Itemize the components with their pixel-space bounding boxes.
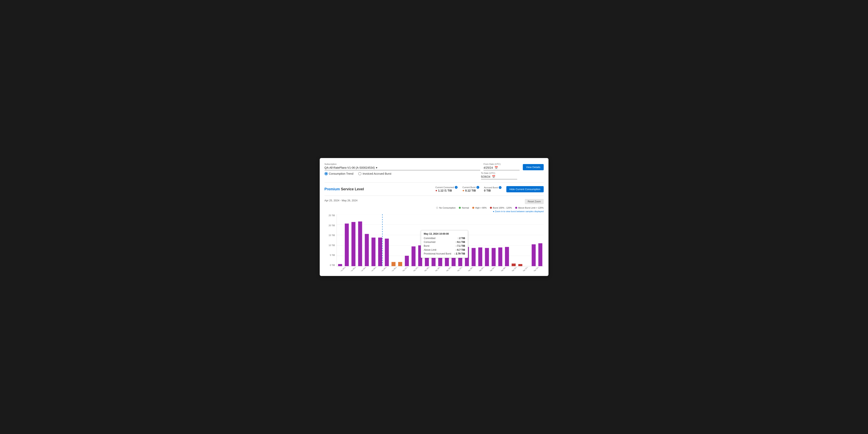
legend-dot-normal <box>459 207 461 209</box>
tooltip-above-limit: Above Limit : 6.7 TiB <box>424 248 465 252</box>
service-level-label: Service Level <box>340 187 364 191</box>
x-label: 08 May 00:00 <box>465 267 474 271</box>
x-label: 06 May 22:00 <box>454 267 464 271</box>
service-level-title: Premium Service Level <box>324 187 364 191</box>
tooltip-provisional-label: Provisional Accrued Burst <box>424 252 452 256</box>
tooltip-committed-label: Committed <box>424 236 435 240</box>
x-label: 03 May 16:00 <box>422 267 431 271</box>
legend-burst: Burst 100% - 120% <box>490 207 512 209</box>
view-details-button[interactable]: View Details <box>523 164 544 170</box>
svg-rect-17 <box>405 256 409 266</box>
chart-area-container: 0 TiB 5 TiB 10 TiB 15 TiB 20 TiB 25 TiB <box>337 214 544 266</box>
x-label: 25 Apr 00:00 <box>338 267 347 271</box>
to-date-label: To Date (UTC) <box>481 172 517 174</box>
dot-red-consumed: ● <box>435 189 437 192</box>
from-date-value: 4/25/24 <box>484 166 493 169</box>
legend-above-burst: Above Burst Limit > 120% <box>515 207 544 209</box>
from-date-label: From Date (UTC) <box>484 163 520 165</box>
x-label: 29 Apr 04:00 <box>379 267 388 271</box>
x-label: 28 Apr 04:00 <box>369 267 377 271</box>
stat-current-burst-label: Current Burst i <box>462 186 479 189</box>
legend-label-no-consumption: No Consumption <box>439 207 456 209</box>
radio-label-invoiced: Invoiced Accrued Burst <box>363 172 391 175</box>
legend-label-normal: Normal <box>462 207 469 209</box>
x-label: 13 May 12:00 <box>520 267 529 271</box>
svg-rect-13 <box>378 238 382 266</box>
legend-label-above-burst: Above Burst Limit > 120% <box>518 207 544 209</box>
hide-current-consumption-button[interactable]: Hide Current Consumption <box>506 186 544 192</box>
x-label: 04 May 18:00 <box>432 267 441 271</box>
radio-label-consumption: Consumption Trend <box>329 172 353 175</box>
y-label-25: 25 TiB <box>325 214 335 216</box>
tooltip-provisional-value: : 2.79 TiB <box>454 252 465 256</box>
svg-rect-7 <box>338 264 342 266</box>
stat-accrued-burst: Accrued Burst i 0 TiB <box>484 186 501 192</box>
to-date-input[interactable]: 5/26/24 📅 <box>481 175 517 179</box>
info-icon-accrued[interactable]: i <box>499 186 501 189</box>
to-date-value: 5/26/24 <box>481 175 491 178</box>
svg-rect-29 <box>485 248 489 266</box>
svg-rect-11 <box>365 234 369 266</box>
y-label-15: 15 TiB <box>325 234 335 236</box>
divider-top <box>324 182 544 183</box>
legend-dot-no-consumption <box>436 207 438 209</box>
to-date-field-group: To Date (UTC) 5/26/24 📅 <box>481 172 517 179</box>
svg-rect-30 <box>492 248 496 266</box>
svg-rect-16 <box>398 262 402 266</box>
radio-consumption-trend[interactable]: Consumption Trend <box>324 172 353 175</box>
radio-invoiced-accrued[interactable]: Invoiced Accrued Burst <box>358 172 391 175</box>
radio-circle-selected <box>324 172 328 175</box>
stat-current-burst-value: ● 0.12 TiB <box>462 189 476 192</box>
stats-row: Current Consumed i ● 1.12 /1 TiB Current… <box>435 186 544 192</box>
tooltip-burst: Burst : 7.1 TiB <box>424 244 465 248</box>
section-header: Premium Service Level Current Consumed i… <box>324 186 544 192</box>
svg-rect-32 <box>505 247 509 266</box>
legend-label-high: High > 80% <box>475 207 487 209</box>
legend-dot-burst <box>490 207 492 209</box>
tooltip-box: May 13, 2024 10:00:00 Committed : 2 TiB … <box>421 230 468 258</box>
from-date-input[interactable]: 4/25/24 📅 <box>484 166 520 170</box>
stat-current-consumed: Current Consumed i ● 1.12 /1 TiB <box>435 186 458 192</box>
x-label: 14 May 14:00 <box>531 267 540 271</box>
y-label-5: 5 TiB <box>325 254 335 256</box>
radio-group: Consumption Trend Invoiced Accrued Burst <box>324 172 478 175</box>
second-row: Consumption Trend Invoiced Accrued Burst… <box>324 172 544 179</box>
svg-rect-9 <box>351 222 355 266</box>
radio-row-group: Consumption Trend Invoiced Accrued Burst <box>324 172 478 179</box>
svg-rect-36 <box>538 243 542 266</box>
calendar-icon-to: 📅 <box>492 175 495 178</box>
svg-rect-10 <box>358 222 362 266</box>
svg-rect-12 <box>371 238 375 266</box>
tooltip-above-limit-value: : 6.7 TiB <box>456 248 465 252</box>
subscription-select[interactable]: QA-All-RatePlans-V1-06 (A-S00024534) ▾ <box>324 166 480 170</box>
tooltip-consumed-label: Consumed <box>424 240 435 244</box>
tooltip-above-limit-label: Above Limit <box>424 248 436 252</box>
svg-rect-8 <box>345 224 349 266</box>
stat-accrued-burst-label: Accrued Burst i <box>484 186 501 189</box>
info-icon-consumed[interactable]: i <box>455 186 458 189</box>
svg-rect-27 <box>471 248 475 266</box>
legend-dot-high <box>472 207 474 209</box>
stat-current-burst: Current Burst i ● 0.12 TiB <box>462 186 479 192</box>
tooltip-consumed: Consumed : 9.1 TiB <box>424 240 465 244</box>
info-icon-burst[interactable]: i <box>476 186 479 189</box>
legend-note: ● Zoom in to view burst between samples … <box>324 210 544 212</box>
x-label: 05 May 20:00 <box>443 267 453 271</box>
x-label: 10 May 04:00 <box>487 267 496 271</box>
svg-rect-34 <box>518 264 522 266</box>
tooltip-burst-label: Burst <box>424 244 430 248</box>
tooltip-committed-value: : 2 TiB <box>458 236 465 240</box>
reset-zoom-button[interactable]: Reset Zoom <box>525 199 544 204</box>
chart-top-bar: Apr 25, 2024 - May 26, 2024 Reset Zoom <box>324 199 544 204</box>
tooltip-title: May 13, 2024 10:00:00 <box>424 232 465 235</box>
legend-normal: Normal <box>459 207 469 209</box>
x-label: 09 May 02:00 <box>476 267 486 271</box>
x-axis: 25 Apr 00:0026 Apr 00:0027 Apr 04:0028 A… <box>337 267 544 271</box>
y-label-10: 10 TiB <box>325 244 335 246</box>
svg-rect-33 <box>512 264 516 266</box>
from-date-field-group: From Date (UTC) 4/25/24 📅 <box>484 163 520 170</box>
tooltip-provisional: Provisional Accrued Burst : 2.79 TiB <box>424 252 465 256</box>
subscription-field-group: Subscription QA-All-RatePlans-V1-06 (A-S… <box>324 163 480 170</box>
chevron-down-icon: ▾ <box>376 166 377 169</box>
subscription-value: QA-All-RatePlans-V1-06 (A-S00024534) <box>324 166 375 169</box>
